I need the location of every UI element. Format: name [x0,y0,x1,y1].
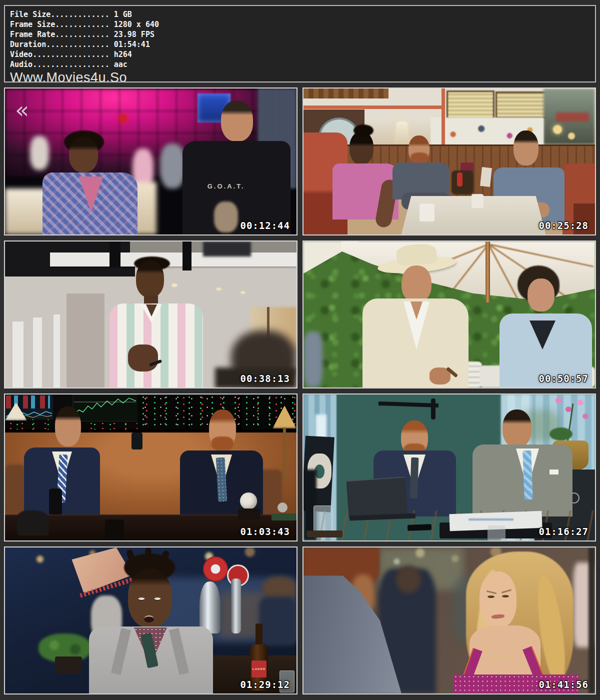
man-left-head [402,266,432,302]
door-trim [33,318,42,388]
glass-ornament [488,526,506,540]
dot-leader: ................. [32,60,110,69]
menu-board [446,90,494,120]
man-right-head [514,130,538,166]
background-guest [304,332,322,388]
orchid-flower [577,400,584,406]
background-patron-body [259,596,296,644]
meta-line-audio: Audio.................aac [10,60,595,70]
black-mug [105,520,124,540]
meta-line-frame-size: Frame Size............1280 x 640 [10,20,595,30]
candlestick-chart-screen [72,394,138,422]
timestamp: 01:41:56 [538,679,588,690]
man-right-head [502,410,532,448]
orchid-flower [582,414,588,419]
dot-leader: ................. [32,50,110,59]
recessed-light [172,284,178,287]
pocket-square [550,470,558,474]
condiment-cluster [452,170,474,194]
globe-lamp [553,125,562,134]
goat-shirt-graphic [214,202,238,232]
timestamp: 01:16:27 [538,526,588,537]
cowboy-hat-crown [396,243,438,266]
balcony-post [110,242,120,268]
timestamp: 00:12:44 [240,220,290,231]
coffee-mug [420,204,434,222]
wall-hook [431,398,436,420]
coaster-tray [306,530,342,538]
movie-still-1: « G.O.A.T. 00:12:44 [4,88,298,236]
meta-line-file-size: File Size.............1 GB [10,10,595,20]
chrome-beer-tap [200,582,220,634]
doorframe-dark-edge [588,548,595,694]
meta-value: 1280 x 640 [110,20,159,29]
lamp-pole-right [283,428,286,480]
man-right-head [221,100,253,142]
man-dread-spike [144,548,152,564]
man-left-dark-tie [410,458,419,498]
dot-leader: ............ [55,30,109,39]
crowd-figure-head [396,566,421,594]
meta-line-video: Video.................h264 [10,50,595,60]
woman-face [480,572,516,628]
door-trim [54,314,60,388]
recessed-light [240,291,246,294]
curtain-rod [378,402,438,408]
meta-value: aac [110,60,128,69]
red-grid-panel [6,396,50,408]
globe-trophy-base [238,508,260,520]
man-left-head [69,136,98,172]
terracotta-post [442,88,445,146]
balcony-rail [50,252,296,266]
red-light [119,114,127,122]
globe-lamp [568,132,575,140]
dot-leader: .............. [46,40,109,49]
leather-chair [5,464,25,514]
meta-value: h264 [110,50,132,59]
orchid-leaves [550,428,572,440]
beer-tap-badge [203,556,228,582]
clasped-hands [128,344,158,372]
bull-statue [17,510,49,536]
pastel-striped-shirt [110,304,203,388]
timestamp: 00:38:13 [240,373,290,384]
man-right-blue-striped-tie [522,450,532,500]
balcony-post [182,242,192,270]
meta-label: Frame Size [10,20,55,29]
meta-value: 23.98 FPS [110,30,154,39]
recessed-light [216,288,222,290]
ketchup-bottle [457,172,462,186]
meta-label: File Size [10,10,50,19]
man-eye [138,598,145,601]
wall-camera [132,432,142,450]
stock-chart-line [73,395,137,420]
chrome-tap-pipe [231,578,241,634]
meta-label: Duration [10,40,46,49]
window-sign-reflection [556,112,589,122]
orchid-flower [556,398,562,404]
meta-label: Video [10,50,32,59]
man-head [136,260,164,298]
pendant-lamp [396,122,408,146]
movie-still-3: 00:38:13 [4,240,298,388]
water-glass [314,506,332,534]
silver-orb [278,502,288,512]
meta-line-frame-rate: Frame Rate............23.98 FPS [10,30,595,40]
movie-still-6: 01:16:27 [302,394,596,542]
site-watermark: Www.Movies4u.So [10,70,595,82]
menu-card [480,167,492,187]
plant-pot [55,656,82,674]
gold-necklace [488,642,514,658]
movie-still-7: LAGER 01:29:12 [4,546,298,694]
media-info-panel: File Size.............1 GB Frame Size...… [4,5,596,82]
movie-still-8: 01:41:56 [302,546,596,694]
man-eye [154,598,161,601]
man-open-mouth [144,616,154,622]
ceiling-slats [304,88,388,98]
bottle-label-text: LAGER [252,668,266,670]
globe-trophy-ball [240,492,257,510]
man-left-head [55,406,81,446]
movie-still-5: 01:03:43 [4,394,298,542]
man-left-head [350,132,374,164]
meta-label: Frame Rate [10,30,55,39]
